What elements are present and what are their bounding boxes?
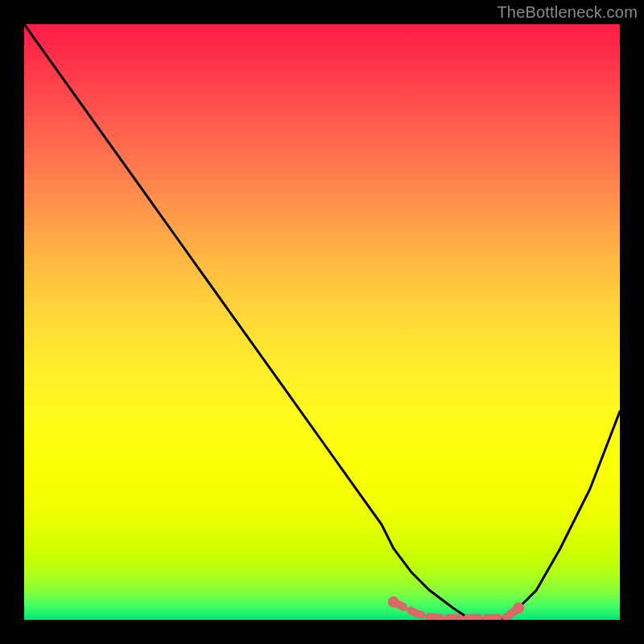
watermark-text: TheBottleneck.com <box>497 3 638 22</box>
optimal-zone-endcap <box>388 597 399 608</box>
chart-svg <box>24 24 620 620</box>
chart-frame: TheBottleneck.com <box>0 0 644 644</box>
plot-area <box>24 24 620 620</box>
optimal-zone-endcap <box>513 602 524 613</box>
bottleneck-curve <box>24 24 620 620</box>
optimal-zone-markers <box>388 597 524 618</box>
